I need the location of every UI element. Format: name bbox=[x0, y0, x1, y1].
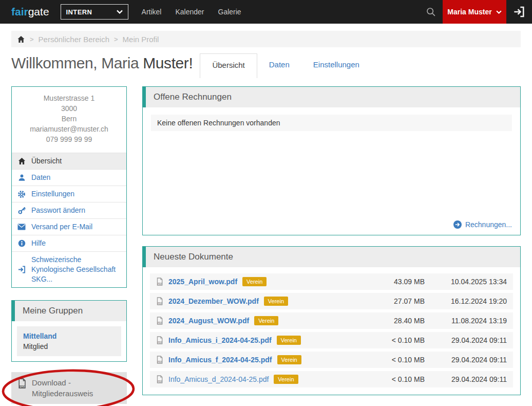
verein-badge: Verein bbox=[254, 316, 278, 325]
top-navigation-bar: fairgate INTERN Artikel Kalender Galerie… bbox=[0, 0, 532, 24]
open-invoices-title: Offene Rechnungen bbox=[143, 87, 520, 107]
open-invoices-body: Keine offenen Rechnungen vorhanden Rechn… bbox=[143, 107, 520, 235]
document-link[interactable]: Info_Amicus_f_2024-04-25.pdf bbox=[168, 356, 272, 364]
document-link[interactable]: Info_Amicus_i_2024-04-25.pdf bbox=[168, 336, 272, 344]
sidebar-item-hilfe[interactable]: Hilfe bbox=[12, 235, 126, 251]
group-item: Mittelland Mitglied bbox=[17, 326, 121, 356]
document-row: PDF Info_Amicus_f_2024-04-25.pdf Verein … bbox=[150, 352, 513, 368]
sidebar-item-label: Schweizerische Kynologische Gesellschaft… bbox=[31, 255, 121, 284]
logo-part-fair: fair bbox=[11, 6, 28, 17]
svg-text:PDF: PDF bbox=[158, 322, 163, 324]
breadcrumb-item-persoenlicher-bereich[interactable]: Persönlicher Bereich bbox=[39, 35, 109, 44]
circle-arrow-right-icon bbox=[453, 220, 462, 229]
document-link[interactable]: Info_Amicus_d_2024-04-25.pdf bbox=[168, 375, 269, 383]
document-size: < 0.10 MB bbox=[368, 336, 425, 344]
download-mitgliederausweis-button[interactable]: PDF Download - Mitgliederausweis bbox=[11, 372, 127, 404]
invoices-link[interactable]: Rechnungen... bbox=[453, 220, 512, 229]
sidebar-item-daten[interactable]: Daten bbox=[12, 169, 126, 186]
key-icon bbox=[17, 207, 26, 214]
breadcrumb-item-mein-profil[interactable]: Mein Profil bbox=[123, 35, 159, 44]
scope-selector-value: INTERN bbox=[66, 8, 92, 16]
page-title-emphasis: Muster! bbox=[143, 54, 193, 71]
document-link[interactable]: 2024_August_WOW.pdf bbox=[168, 317, 249, 325]
tab-uebersicht[interactable]: Übersicht bbox=[200, 53, 257, 78]
chevron-down-icon bbox=[496, 10, 502, 14]
scope-selector[interactable]: INTERN bbox=[61, 4, 128, 20]
svg-text:PDF: PDF bbox=[158, 283, 163, 285]
sidebar-item-versand-per-email[interactable]: Versand per E-Mail bbox=[12, 218, 126, 235]
nav-item-galerie[interactable]: Galerie bbox=[218, 8, 241, 16]
breadcrumb: > Persönlicher Bereich > Mein Profil bbox=[11, 31, 521, 47]
groups-card-title: Meine Gruppen bbox=[12, 301, 126, 321]
left-sidebar: Musterstrasse 1 3000 Bern mariamuster@mu… bbox=[11, 86, 127, 404]
document-row: PDF Info_Amicus_i_2024-04-25.pdf Verein … bbox=[150, 332, 513, 348]
verein-badge: Verein bbox=[264, 297, 288, 306]
document-size: 27.07 MB bbox=[368, 297, 425, 305]
logo-part-gate: gate bbox=[28, 6, 49, 17]
document-size: < 0.10 MB bbox=[368, 356, 425, 364]
tab-einstellungen[interactable]: Einstellungen bbox=[301, 53, 371, 78]
profile-card: Musterstrasse 1 3000 Bern mariamuster@mu… bbox=[11, 86, 127, 288]
groups-card: Meine Gruppen Mittelland Mitglied bbox=[11, 300, 127, 362]
verein-badge: Verein bbox=[242, 277, 267, 286]
profile-address: Musterstrasse 1 3000 Bern mariamuster@mu… bbox=[12, 87, 126, 153]
sidebar-item-einstellungen[interactable]: Einstellungen bbox=[12, 186, 126, 202]
user-icon bbox=[17, 174, 26, 181]
page-title-prefix: Willkommen, Maria bbox=[11, 54, 143, 71]
search-button[interactable] bbox=[419, 0, 443, 24]
document-link[interactable]: 2025_April_wow.pdf bbox=[168, 278, 237, 286]
document-date: 29.04.2024 09:11 bbox=[430, 336, 507, 344]
sidebar-item-label: Übersicht bbox=[31, 156, 62, 166]
breadcrumb-separator: > bbox=[114, 35, 118, 43]
main-content: Musterstrasse 1 3000 Bern mariamuster@mu… bbox=[11, 86, 521, 404]
open-invoices-panel: Offene Rechnungen Keine offenen Rechnung… bbox=[142, 86, 521, 235]
home-icon bbox=[17, 157, 26, 165]
chevron-down-icon bbox=[117, 10, 123, 14]
recent-documents-panel: Neueste Dokumente PDF 2025_April_wow.pdf… bbox=[142, 246, 521, 395]
pdf-icon: PDF bbox=[156, 278, 163, 286]
svg-text:PDF: PDF bbox=[158, 380, 163, 383]
topbar-right-group: Maria Muster bbox=[419, 0, 532, 24]
gear-icon bbox=[17, 190, 26, 198]
user-menu-button[interactable]: Maria Muster bbox=[443, 0, 506, 24]
no-invoices-message: Keine offenen Rechnungen vorhanden bbox=[151, 115, 512, 131]
group-name-link[interactable]: Mittelland bbox=[23, 331, 115, 341]
sidebar-item-uebersicht[interactable]: Übersicht bbox=[12, 153, 126, 169]
document-row: PDF 2024_Dezember_WOW.pdf Verein 27.07 M… bbox=[150, 293, 513, 309]
sidebar-item-skg[interactable]: Schweizerische Kynologische Gesellschaft… bbox=[12, 251, 126, 287]
logout-button[interactable] bbox=[506, 0, 532, 24]
sidebar-item-label: Einstellungen bbox=[31, 189, 74, 199]
fairgate-logo[interactable]: fairgate bbox=[11, 6, 49, 18]
document-row: PDF 2024_August_WOW.pdf Verein 28.40 MB … bbox=[150, 312, 513, 329]
document-size: < 0.10 MB bbox=[368, 375, 425, 383]
verein-badge: Verein bbox=[277, 355, 301, 364]
svg-text:PDF: PDF bbox=[158, 361, 163, 363]
nav-item-artikel[interactable]: Artikel bbox=[142, 8, 162, 16]
content-column: Offene Rechnungen Keine offenen Rechnung… bbox=[142, 86, 521, 404]
document-size: 28.40 MB bbox=[368, 317, 425, 325]
pdf-icon: PDF bbox=[156, 375, 163, 383]
pdf-icon: PDF bbox=[156, 297, 163, 305]
address-phone: 079 999 99 99 bbox=[16, 134, 122, 144]
sign-in-icon bbox=[17, 266, 26, 273]
breadcrumb-separator: > bbox=[30, 35, 34, 43]
document-date: 10.04.2025 13:34 bbox=[430, 278, 507, 286]
tab-daten[interactable]: Daten bbox=[257, 53, 301, 78]
recent-documents-body: PDF 2025_April_wow.pdf Verein 43.09 MB 1… bbox=[143, 267, 520, 395]
svg-text:PDF: PDF bbox=[19, 385, 25, 388]
address-street: Musterstrasse 1 bbox=[16, 93, 122, 103]
sidebar-item-label: Versand per E-Mail bbox=[31, 222, 92, 232]
address-city: Bern bbox=[16, 114, 122, 124]
title-row: Willkommen, Maria Muster! Übersicht Date… bbox=[11, 53, 521, 78]
document-link[interactable]: 2024_Dezember_WOW.pdf bbox=[168, 297, 259, 305]
info-icon bbox=[17, 239, 26, 247]
document-row: PDF 2025_April_wow.pdf Verein 43.09 MB 1… bbox=[150, 273, 513, 290]
home-icon[interactable] bbox=[17, 35, 25, 43]
document-date: 16.12.2024 19:20 bbox=[430, 297, 507, 305]
sign-in-icon bbox=[514, 6, 525, 17]
download-button-label: Download - Mitgliederausweis bbox=[32, 377, 121, 399]
pdf-icon: PDF bbox=[156, 317, 163, 325]
invoices-link-label: Rechnungen... bbox=[465, 220, 512, 229]
nav-item-kalender[interactable]: Kalender bbox=[175, 8, 204, 16]
sidebar-item-passwort-aendern[interactable]: Passwort ändern bbox=[12, 202, 126, 218]
